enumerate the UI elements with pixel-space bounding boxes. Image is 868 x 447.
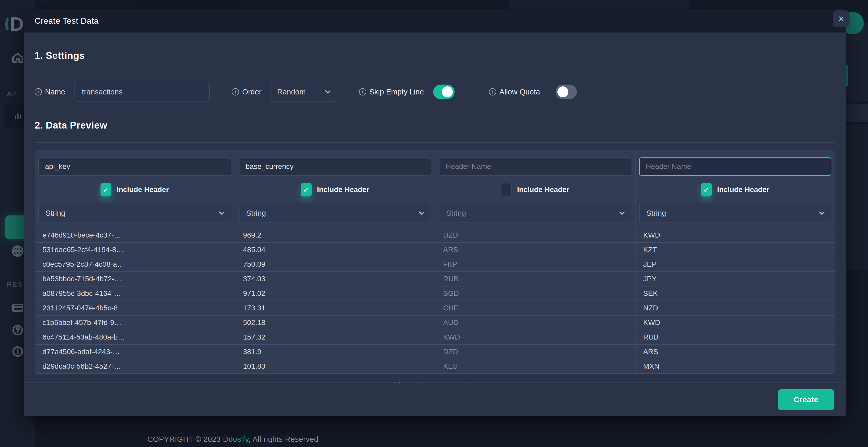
preview-table: e746d910-bece-4c37-…969.2DZDKWD531dae65-…: [35, 228, 835, 374]
table-cell: 101.83: [235, 359, 435, 374]
include-header-checkbox[interactable]: ✓: [100, 183, 112, 196]
name-label: Name: [45, 88, 65, 96]
preview-controls: ✓ Include Header String ✓ Include Header…: [35, 150, 835, 228]
info-icon: i: [35, 88, 42, 95]
type-select-value: String: [246, 209, 266, 218]
type-select-value: String: [646, 209, 666, 218]
include-header-label: Include Header: [517, 186, 569, 194]
table-cell: 750.09: [235, 257, 435, 272]
include-header-row: ✓ Include Header: [639, 183, 832, 196]
chevron-down-icon: [619, 209, 625, 215]
type-select[interactable]: String: [439, 204, 631, 222]
table-cell: 381.9: [235, 345, 435, 359]
preview-column: ✓ Include Header String: [635, 150, 835, 228]
app-screen: D AP RES COPYRIGHT © 2023 Ddosif: [0, 0, 868, 447]
type-select[interactable]: String: [38, 204, 231, 222]
data-preview-heading: 2. Data Preview: [35, 120, 835, 131]
type-select[interactable]: String: [639, 204, 832, 222]
modal-footer: Create: [24, 382, 846, 416]
close-button[interactable]: ×: [833, 10, 849, 27]
table-cell: 157.32: [235, 330, 435, 345]
table-cell: SEK: [635, 286, 835, 301]
table-cell: NZD: [635, 301, 835, 316]
chevron-down-icon: [419, 209, 425, 215]
create-test-data-modal: Create Test Data × 1. Settings i Name i …: [24, 9, 846, 416]
table-cell: AUD: [435, 316, 635, 330]
preview-column: ✓ Include Header String: [35, 150, 235, 228]
table-cell: d77a4506-adaf-4243-…: [35, 345, 235, 359]
table-cell: d29dca0c-56b2-4527-…: [35, 359, 235, 374]
table-cell: 6c475114-53ab-480a-b…: [35, 330, 235, 345]
table-cell: CHF: [435, 301, 635, 316]
table-cell: ba53bbdc-715d-4b72-…: [35, 272, 235, 286]
order-label: Order: [242, 88, 261, 96]
include-header-label: Include Header: [717, 186, 769, 194]
allow-quota-toggle[interactable]: [556, 85, 577, 99]
preview-column: Include Header String: [435, 150, 635, 228]
skip-empty-line-toggle[interactable]: [433, 85, 455, 99]
table-cell: KES: [435, 359, 635, 374]
type-select-value: String: [45, 209, 65, 218]
table-cell: KZT: [635, 243, 835, 257]
name-input[interactable]: [74, 82, 210, 102]
toggle-knob: [557, 86, 568, 97]
skip-empty-line-label: Skip Empty Line: [369, 88, 424, 96]
type-select[interactable]: String: [239, 204, 431, 222]
chevron-down-icon: [219, 209, 225, 215]
table-cell: RUB: [435, 272, 635, 286]
info-icon: i: [489, 88, 496, 95]
info-icon: i: [359, 88, 366, 95]
toggle-knob: [442, 86, 453, 97]
include-header-label: Include Header: [117, 186, 169, 194]
include-header-row: ✓ Include Header: [239, 183, 431, 196]
table-cell: DZD: [435, 345, 635, 359]
header-name-input[interactable]: [439, 157, 631, 175]
ddosify-link[interactable]: Ddosify: [223, 435, 248, 443]
rows-note: 10 rows listed as preview: [35, 381, 835, 382]
include-header-checkbox[interactable]: [501, 183, 512, 196]
table-cell: c1b6bbef-457b-47fd-9…: [35, 316, 235, 330]
table-cell: DZD: [435, 228, 635, 243]
table-cell: 23112457-047e-4b5c-8…: [35, 301, 235, 316]
table-cell: 485.04: [235, 243, 435, 257]
table-cell: e746d910-bece-4c37-…: [35, 228, 235, 243]
order-select-value: Random: [277, 88, 306, 96]
table-cell: MXN: [635, 359, 835, 374]
table-cell: 531dae65-2cf4-4194-8…: [35, 243, 235, 257]
header-name-input[interactable]: [239, 157, 431, 175]
chevron-down-icon: [324, 88, 331, 94]
modal-header: Create Test Data ×: [24, 9, 846, 33]
include-header-checkbox[interactable]: ✓: [701, 183, 712, 196]
include-header-label: Include Header: [317, 186, 369, 194]
table-cell: 374.03: [235, 272, 435, 286]
info-icon: i: [232, 88, 239, 95]
table-cell: JEP: [635, 257, 835, 272]
header-name-input[interactable]: [38, 157, 231, 175]
type-select-value: String: [446, 209, 466, 218]
data-preview-card: ✓ Include Header String ✓ Include Header…: [35, 150, 835, 374]
table-cell: c0ec5795-2c37-4c08-a…: [35, 257, 235, 272]
table-cell: ARS: [435, 243, 635, 257]
order-select[interactable]: Random: [270, 82, 337, 102]
include-header-checkbox[interactable]: ✓: [301, 183, 312, 196]
table-cell: RUB: [635, 330, 835, 345]
table-cell: ARS: [635, 345, 835, 359]
divider: [35, 142, 835, 143]
settings-heading: 1. Settings: [35, 50, 835, 61]
table-cell: 971.02: [235, 286, 435, 301]
preview-column: ✓ Include Header String: [235, 150, 435, 228]
create-button[interactable]: Create: [778, 389, 834, 410]
table-cell: 969.2: [235, 228, 435, 243]
modal-body: 1. Settings i Name i Order Random i Skip…: [24, 33, 846, 382]
header-name-input[interactable]: [639, 157, 832, 175]
allow-quota-label: Allow Quota: [499, 88, 540, 96]
table-cell: SGD: [435, 286, 635, 301]
table-cell: 173.31: [235, 301, 435, 316]
modal-title: Create Test Data: [35, 16, 99, 26]
close-icon: ×: [838, 14, 844, 24]
table-cell: 502.18: [235, 316, 435, 330]
table-cell: JPY: [635, 272, 835, 286]
footer-copyright: COPYRIGHT © 2023 Ddosify, All rights Res…: [147, 435, 318, 444]
chevron-down-icon: [819, 209, 825, 215]
settings-row: i Name i Order Random i Skip Empty Line …: [35, 82, 835, 102]
